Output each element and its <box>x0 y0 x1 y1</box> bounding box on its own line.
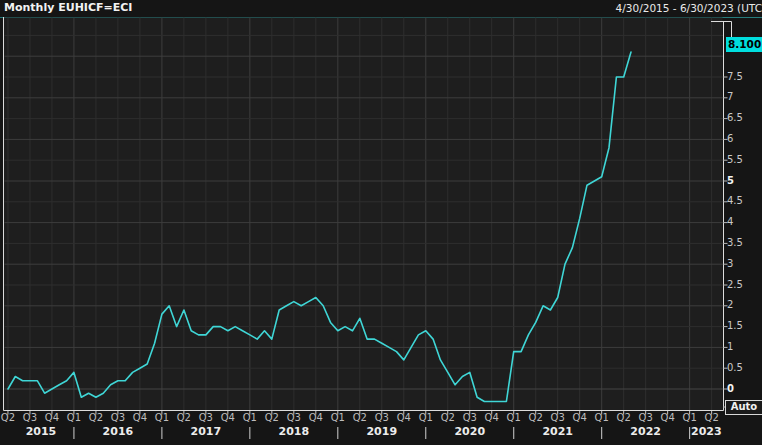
x-axis-quarter-label: Q3 <box>21 412 39 423</box>
x-axis-quarter-label: Q1 <box>241 412 259 423</box>
x-axis-quarter-label: Q2 <box>527 412 545 423</box>
x-axis-quarter-label: Q1 <box>153 412 171 423</box>
y-axis-tick-label: 0 <box>727 383 734 394</box>
x-axis-quarter-label: Q4 <box>131 412 149 423</box>
x-axis-quarter-label: Q3 <box>461 412 479 423</box>
x-axis-quarter-label: Q2 <box>87 412 105 423</box>
y-axis-tick-label: 0.5 <box>727 362 743 373</box>
y-axis-tick-label: 2 <box>727 299 733 310</box>
x-axis-year-label: 2020 <box>448 425 492 438</box>
y-axis-tick-label: 7 <box>727 91 733 102</box>
x-axis-quarter-label: Q1 <box>65 412 83 423</box>
x-axis-year-label: 2019 <box>360 425 404 438</box>
x-axis-quarter-label: Q4 <box>395 412 413 423</box>
y-axis-tick-label: 6.5 <box>727 112 743 123</box>
x-axis-quarter-label: Q1 <box>417 412 435 423</box>
x-axis-year-label: 2022 <box>624 425 668 438</box>
y-axis-tick-label: 5 <box>727 175 734 186</box>
auto-scale-button[interactable]: Auto <box>725 400 762 415</box>
y-axis-tick-label: 6 <box>727 133 733 144</box>
x-axis-quarter-label: Q2 <box>615 412 633 423</box>
price-chart-plot[interactable] <box>0 0 762 445</box>
x-axis-quarter-label: Q4 <box>483 412 501 423</box>
x-axis-quarter-label: Q3 <box>373 412 391 423</box>
x-axis-quarter-label: Q4 <box>571 412 589 423</box>
x-axis-quarter-label: Q2 <box>351 412 369 423</box>
x-axis-quarter-label: Q3 <box>285 412 303 423</box>
y-axis-tick-label: 2.5 <box>727 279 743 290</box>
y-axis-tick-label: 5.5 <box>727 154 743 165</box>
x-axis-quarter-label: Q2 <box>175 412 193 423</box>
chart-window: Monthly EUHICF=ECI 4/30/2015 - 6/30/2023… <box>0 0 762 445</box>
y-axis-tick-label: 3.5 <box>727 237 743 248</box>
x-axis-quarter-label: Q4 <box>219 412 237 423</box>
x-axis-quarter-label: Q2 <box>703 412 721 423</box>
x-axis-quarter-label: Q4 <box>307 412 325 423</box>
x-axis-year-label: 2018 <box>272 425 316 438</box>
x-axis-quarter-label: Q4 <box>43 412 61 423</box>
y-axis-tick-label: 3 <box>727 258 733 269</box>
x-axis-year-label: 2017 <box>184 425 228 438</box>
x-axis-quarter-label: Q2 <box>263 412 281 423</box>
x-axis-quarter-label: Q2 <box>439 412 457 423</box>
x-axis-quarter-label: Q1 <box>505 412 523 423</box>
x-axis-quarter-label: Q1 <box>593 412 611 423</box>
x-axis-quarter-label: Q3 <box>637 412 655 423</box>
last-price-badge: 8.100 <box>726 37 762 52</box>
y-axis-tick-label: 4 <box>727 216 733 227</box>
x-axis-quarter-label: Q4 <box>659 412 677 423</box>
x-axis-quarter-label: Q3 <box>109 412 127 423</box>
x-axis-quarter-label: Q1 <box>681 412 699 423</box>
x-axis-year-label: 2015 <box>19 425 63 438</box>
x-axis-quarter-label: Q2 <box>0 412 17 423</box>
y-axis-tick-label: 4.5 <box>727 195 743 206</box>
x-axis-year-label: 2023 <box>684 425 728 438</box>
y-axis-tick-label: 1.5 <box>727 320 743 331</box>
x-axis-quarter-label: Q3 <box>197 412 215 423</box>
y-axis-tick-label: 7.5 <box>727 71 743 82</box>
x-axis-quarter-label: Q3 <box>549 412 567 423</box>
y-axis-tick-label: 1 <box>727 341 733 352</box>
x-axis-year-label: 2021 <box>536 425 580 438</box>
x-axis-year-label: 2016 <box>96 425 140 438</box>
x-axis-quarter-label: Q1 <box>329 412 347 423</box>
